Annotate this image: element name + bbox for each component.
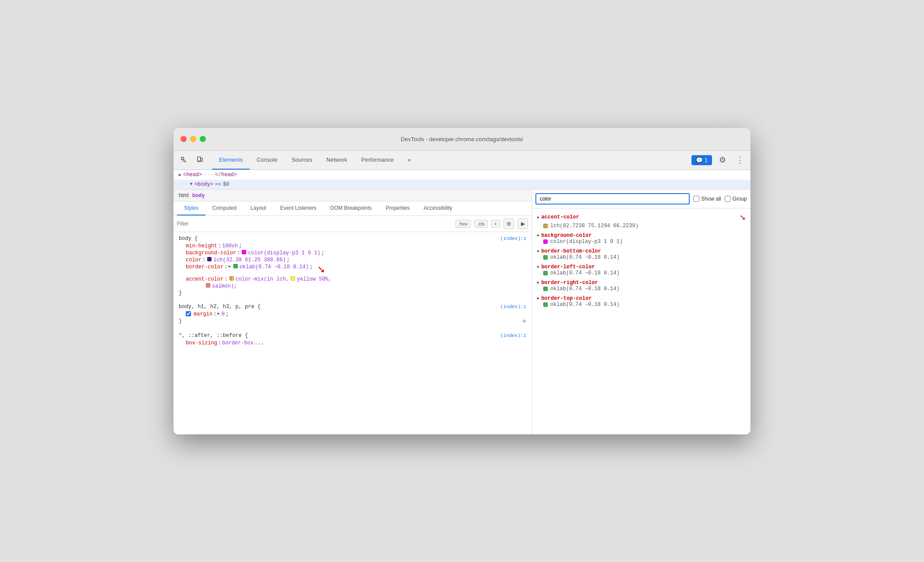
css-prop-name-color[interactable]: color bbox=[186, 257, 201, 263]
border-top-swatch[interactable] bbox=[543, 302, 548, 307]
group-label[interactable]: Group bbox=[725, 196, 747, 202]
border-left-value-text: oklab(0.74 −0.18 0.14) bbox=[550, 270, 619, 276]
bgcolor-value-text: color(display-p3 1 0 1) bbox=[550, 239, 623, 245]
computed-item-border-top[interactable]: ▶ border-top-color oklab(0.74 −0.18 0.14… bbox=[532, 294, 750, 309]
color-swatch-accent[interactable] bbox=[229, 276, 234, 281]
dom-expand[interactable]: ▼ bbox=[190, 182, 193, 187]
css-prop-name-boxsizing[interactable]: box-sizing bbox=[186, 340, 217, 346]
computed-prop-border-left: border-left-color bbox=[541, 264, 594, 270]
css-closing-brace-2: } + bbox=[179, 318, 526, 326]
traffic-lights bbox=[181, 136, 206, 142]
expand-bgcolor-icon[interactable]: ▶ bbox=[537, 233, 539, 238]
border-right-swatch[interactable] bbox=[543, 287, 548, 291]
border-left-swatch[interactable] bbox=[543, 271, 548, 275]
color-swatch-yellow[interactable] bbox=[291, 276, 295, 281]
computed-value-border-bottom: oklab(0.74 −0.18 0.14) bbox=[537, 254, 745, 260]
expand-margin-icon[interactable]: ▶ bbox=[217, 311, 219, 316]
subtab-computed[interactable]: Computed bbox=[205, 201, 243, 215]
settings-icon[interactable]: ⚙ bbox=[716, 153, 729, 167]
dom-body-line[interactable]: ··· ▼ <body> == $0 bbox=[174, 180, 750, 189]
css-prop-value-accent[interactable]: color-mix(in lch, bbox=[236, 276, 289, 282]
css-prop-value-bg[interactable]: color(display-p3 1 0 1) bbox=[248, 250, 320, 256]
css-prop-name-accent[interactable]: accent-color bbox=[186, 276, 223, 282]
tab-more[interactable]: » bbox=[401, 150, 418, 170]
close-button[interactable] bbox=[181, 136, 187, 142]
computed-item-accent[interactable]: ▶ accent-color ➘ lch(82.7238 75.1294 66.… bbox=[532, 210, 750, 231]
css-prop-name-bg[interactable]: background-color bbox=[186, 250, 236, 256]
dom-equals: == bbox=[215, 181, 221, 187]
color-swatch-salmon[interactable] bbox=[206, 283, 210, 288]
expand-accent-icon[interactable]: ▶ bbox=[537, 215, 539, 220]
css-prop-name[interactable]: min-height bbox=[186, 243, 217, 249]
new-style-rule-icon[interactable]: ⊞ bbox=[504, 219, 514, 229]
subtab-accessibility[interactable]: Accessibility bbox=[417, 201, 459, 215]
css-value-yellow: yellow 50%, bbox=[297, 276, 331, 282]
maximize-button[interactable] bbox=[200, 136, 206, 142]
breadcrumb-html[interactable]: html bbox=[179, 192, 189, 198]
css-source-link-2[interactable]: (index):1 bbox=[500, 304, 526, 309]
css-rule-body: body { (index):1 min-height : 100vh ; ba… bbox=[179, 236, 526, 297]
tab-sources[interactable]: Sources bbox=[285, 150, 320, 170]
css-prop-value-boxsizing[interactable]: border-box bbox=[222, 340, 254, 346]
computed-search-input[interactable] bbox=[535, 193, 690, 205]
css-source-link[interactable]: (index):1 bbox=[500, 236, 526, 241]
computed-item-border-right[interactable]: ▶ border-right-color oklab(0.74 −0.18 0.… bbox=[532, 278, 750, 294]
add-property-button[interactable]: + bbox=[522, 318, 526, 325]
accent-swatch[interactable] bbox=[543, 224, 548, 228]
css-prop-min-height: min-height : 100vh ; bbox=[179, 243, 526, 250]
subtab-event-listeners[interactable]: Event Listeners bbox=[273, 201, 323, 215]
color-swatch-bg[interactable] bbox=[242, 250, 246, 254]
computed-item-border-bottom[interactable]: ▶ border-bottom-color oklab(0.74 −0.18 0… bbox=[532, 246, 750, 262]
hov-button[interactable]: :hov bbox=[455, 220, 471, 228]
subtab-properties[interactable]: Properties bbox=[379, 201, 417, 215]
css-prop-value-margin[interactable]: 0 bbox=[222, 311, 225, 317]
show-all-checkbox[interactable] bbox=[693, 196, 699, 202]
css-prop-value[interactable]: 100vh bbox=[222, 243, 238, 249]
expand-border-left-icon[interactable]: ▶ bbox=[537, 264, 539, 269]
css-source-link-3[interactable]: (index):1 bbox=[500, 333, 526, 338]
css-prop-name-border[interactable]: border-color bbox=[186, 264, 223, 270]
color-swatch-border[interactable] bbox=[233, 264, 238, 268]
tab-console[interactable]: Console bbox=[250, 150, 285, 170]
dom-ellipsis: ··· bbox=[204, 172, 213, 178]
css-prop-name-margin[interactable]: margin bbox=[194, 311, 212, 317]
svg-rect-2 bbox=[201, 158, 202, 161]
expand-border-icon[interactable]: ▶ bbox=[229, 264, 231, 269]
inspect-icon[interactable] bbox=[177, 153, 191, 167]
color-swatch-color[interactable] bbox=[207, 257, 212, 261]
computed-item-bgcolor[interactable]: ▶ background-color color(display-p3 1 0 … bbox=[532, 231, 750, 246]
filter-input[interactable] bbox=[177, 221, 452, 227]
breadcrumb-body[interactable]: body bbox=[192, 192, 205, 198]
expand-border-bottom-icon[interactable]: ▶ bbox=[537, 249, 539, 253]
border-bottom-swatch[interactable] bbox=[543, 255, 548, 260]
subtab-dom-breakpoints[interactable]: DOM Breakpoints bbox=[323, 201, 379, 215]
subtab-styles[interactable]: Styles bbox=[177, 201, 205, 215]
margin-checkbox[interactable] bbox=[186, 311, 191, 316]
computed-value-border-left: oklab(0.74 −0.18 0.14) bbox=[537, 270, 745, 276]
tab-performance[interactable]: Performance bbox=[354, 150, 400, 170]
bgcolor-swatch[interactable] bbox=[543, 239, 548, 244]
computed-prop-border-bottom: border-bottom-color bbox=[541, 248, 601, 254]
tab-elements[interactable]: Elements bbox=[212, 150, 250, 170]
cls-button[interactable]: .cls bbox=[474, 220, 488, 228]
dom-head-line[interactable]: ▶ <head> ··· </head> bbox=[174, 170, 750, 180]
expand-border-top-icon[interactable]: ▶ bbox=[537, 296, 539, 301]
css-prop-color: color : lch(32.39 61.25 308.86) ; bbox=[179, 257, 526, 264]
group-checkbox[interactable] bbox=[725, 196, 731, 202]
messages-badge[interactable]: 💬 1 bbox=[691, 155, 712, 165]
breadcrumb-bar: html body bbox=[174, 190, 531, 201]
tab-network[interactable]: Network bbox=[320, 150, 354, 170]
expand-border-right-icon[interactable]: ▶ bbox=[537, 280, 539, 285]
toggle-play-icon[interactable]: ▶ bbox=[518, 219, 528, 229]
css-prop-value-border[interactable]: oklab(0.74 −0.18 0.14) bbox=[240, 264, 309, 270]
show-all-label[interactable]: Show all bbox=[693, 196, 721, 202]
device-icon[interactable] bbox=[193, 153, 207, 167]
add-style-button[interactable]: + bbox=[491, 220, 500, 228]
css-prop-value-color[interactable]: lch(32.39 61.25 308.86) bbox=[213, 257, 286, 263]
computed-item-border-left[interactable]: ▶ border-left-color oklab(0.74 −0.18 0.1… bbox=[532, 262, 750, 278]
show-all-text: Show all bbox=[701, 196, 721, 202]
minimize-button[interactable] bbox=[190, 136, 196, 142]
subtab-layout[interactable]: Layout bbox=[243, 201, 273, 215]
more-options-icon[interactable]: ⋮ bbox=[733, 153, 747, 167]
expand-triangle[interactable]: ▶ bbox=[179, 172, 181, 177]
